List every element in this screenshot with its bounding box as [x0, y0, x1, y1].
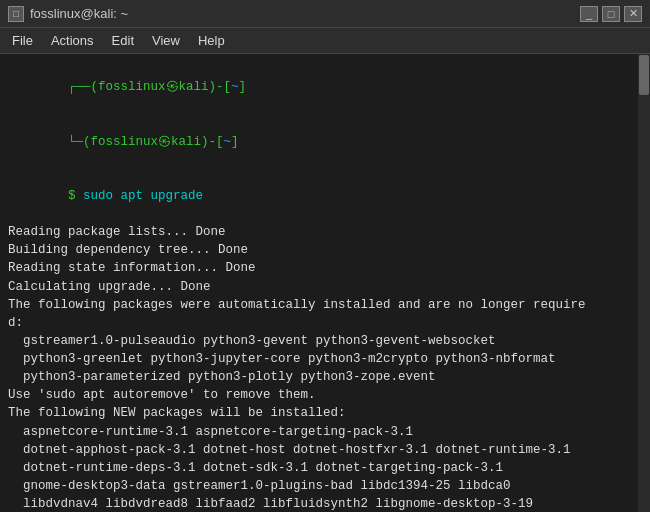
output-line-11: aspnetcore-runtime-3.1 aspnetcore-target… [8, 423, 642, 441]
output-line-15: libdvdnav4 libdvdread8 libfaad2 libfluid… [8, 495, 642, 512]
terminal-window: □ fosslinux@kali: ~ _ □ ✕ File Actions E… [0, 0, 650, 512]
prompt-dollar: $ [68, 189, 83, 203]
close-button[interactable]: ✕ [624, 6, 642, 22]
prompt-line-1: ┌──(fosslinux㉿kali)-[~] [8, 60, 642, 114]
prompt-dir-2: ~ [224, 135, 232, 149]
output-line-5: d: [8, 314, 642, 332]
title-bar: □ fosslinux@kali: ~ _ □ ✕ [0, 0, 650, 28]
prompt-bracket-close-1: ] [239, 80, 247, 94]
terminal-output: ┌──(fosslinux㉿kali)-[~] └─(fosslinux㉿kal… [0, 54, 650, 512]
output-line-10: The following NEW packages will be insta… [8, 404, 642, 422]
output-line-7: python3-greenlet python3-jupyter-core py… [8, 350, 642, 368]
output-line-12: dotnet-apphost-pack-3.1 dotnet-host dotn… [8, 441, 642, 459]
prompt-bracket-open-2: └─( [68, 135, 91, 149]
output-line-2: Reading state information... Done [8, 259, 642, 277]
prompt-dir-1: ~ [231, 80, 239, 94]
output-line-1: Building dependency tree... Done [8, 241, 642, 259]
menu-edit[interactable]: Edit [104, 31, 142, 50]
window-controls: _ □ ✕ [580, 6, 642, 22]
command-text: sudo apt upgrade [83, 189, 203, 203]
output-line-4: The following packages were automaticall… [8, 296, 642, 314]
output-line-6: gstreamer1.0-pulseaudio python3-gevent p… [8, 332, 642, 350]
command-line: $ sudo apt upgrade [8, 169, 642, 223]
output-line-9: Use 'sudo apt autoremove' to remove them… [8, 386, 642, 404]
scrollbar[interactable] [638, 54, 650, 512]
window-icon-symbol: □ [13, 8, 19, 19]
prompt-bracket-close-2: ] [231, 135, 239, 149]
prompt-bracket-open-1: ┌──( [68, 80, 98, 94]
title-bar-left: □ fosslinux@kali: ~ [8, 6, 128, 22]
prompt-user-2: fosslinux㉿kali [91, 135, 202, 149]
maximize-button[interactable]: □ [602, 6, 620, 22]
menu-help[interactable]: Help [190, 31, 233, 50]
output-line-0: Reading package lists... Done [8, 223, 642, 241]
output-line-3: Calculating upgrade... Done [8, 278, 642, 296]
scrollbar-thumb[interactable] [639, 55, 649, 95]
menu-actions[interactable]: Actions [43, 31, 102, 50]
minimize-button[interactable]: _ [580, 6, 598, 22]
prompt-line-2: └─(fosslinux㉿kali)-[~] [8, 114, 642, 168]
prompt-bracket-mid-2: )-[ [201, 135, 224, 149]
menu-bar: File Actions Edit View Help [0, 28, 650, 54]
window-icon: □ [8, 6, 24, 22]
output-line-14: gnome-desktop3-data gstreamer1.0-plugins… [8, 477, 642, 495]
prompt-user-1: fosslinux㉿kali [98, 80, 209, 94]
output-line-13: dotnet-runtime-deps-3.1 dotnet-sdk-3.1 d… [8, 459, 642, 477]
window-title: fosslinux@kali: ~ [30, 6, 128, 21]
prompt-bracket-mid-1: )-[ [209, 80, 232, 94]
menu-file[interactable]: File [4, 31, 41, 50]
output-line-8: python3-parameterized python3-plotly pyt… [8, 368, 642, 386]
menu-view[interactable]: View [144, 31, 188, 50]
